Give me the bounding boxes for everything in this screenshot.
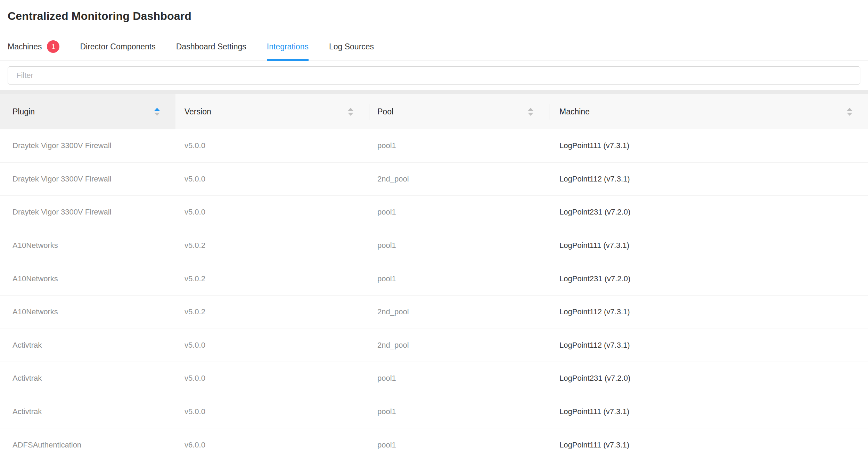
cell-plugin: A10Networks [0,307,175,316]
table-row: A10Networksv5.0.22nd_poolLogPoint112 (v7… [0,296,868,329]
tab-label: Director Components [80,42,155,51]
cell-version: v5.0.0 [175,175,369,184]
table-row: Draytek Vigor 3300V Firewallv5.0.0pool1L… [0,129,868,163]
filter-container [0,61,868,84]
cell-pool: 2nd_pool [369,175,549,184]
tab-label: Dashboard Settings [176,42,246,51]
cell-version: v5.0.0 [175,141,369,150]
caret-up-icon [528,108,533,111]
cell-version: v5.0.2 [175,274,369,283]
caret-down-icon [847,113,852,116]
cell-machine: LogPoint112 (v7.3.1) [549,341,868,350]
cell-machine: LogPoint111 (v7.3.1) [549,141,868,150]
table-row: A10Networksv5.0.2pool1LogPoint231 (v7.2.… [0,262,868,296]
caret-down-icon [528,113,533,116]
cell-version: v5.0.0 [175,407,369,416]
table-row: A10Networksv5.0.2pool1LogPoint111 (v7.3.… [0,229,868,263]
cell-version: v5.0.0 [175,374,369,383]
cell-version: v5.0.0 [175,208,369,217]
cell-machine: LogPoint112 (v7.3.1) [549,307,868,316]
cell-plugin: Draytek Vigor 3300V Firewall [0,208,175,217]
tab-label: Machines [8,42,42,51]
tab-label: Log Sources [329,42,374,51]
table-row: Activtrakv5.0.0pool1LogPoint111 (v7.3.1) [0,395,868,429]
cell-pool: pool1 [369,407,549,416]
filter-input[interactable] [8,66,860,84]
cell-plugin: A10Networks [0,274,175,283]
cell-pool: pool1 [369,374,549,383]
cell-machine: LogPoint111 (v7.3.1) [549,241,868,250]
cell-pool: pool1 [369,208,549,217]
sort-icon [348,108,353,116]
tab-label: Integrations [267,42,309,51]
tab-dashboard-settings[interactable]: Dashboard Settings [176,42,246,60]
column-header-pool[interactable]: Pool [369,94,549,129]
notification-badge: 1 [47,40,59,53]
sort-icon [847,108,852,116]
caret-up-icon [847,108,852,111]
cell-plugin: Draytek Vigor 3300V Firewall [0,141,175,150]
column-header-version[interactable]: Version [175,94,369,129]
table-header: PluginVersionPoolMachine [0,94,868,129]
caret-down-icon [348,113,353,116]
page: Centralized Monitoring Dashboard Machine… [0,0,868,452]
cell-machine: LogPoint111 (v7.3.1) [549,407,868,416]
sort-icon [528,108,533,116]
cell-plugin: Activtrak [0,341,175,350]
caret-down-icon [154,113,160,116]
tab-machines[interactable]: Machines1 [8,42,59,60]
cell-machine: LogPoint231 (v7.2.0) [549,208,868,217]
tab-bar: Machines1Director ComponentsDashboard Se… [0,42,868,61]
cell-version: v5.0.0 [175,341,369,350]
column-header-plugin[interactable]: Plugin [0,94,175,129]
caret-up-icon [348,108,353,111]
cell-machine: LogPoint112 (v7.3.1) [549,175,868,184]
sort-icon [154,108,160,116]
table-row: Draytek Vigor 3300V Firewallv5.0.02nd_po… [0,163,868,196]
table-row: Activtrakv5.0.0pool1LogPoint231 (v7.2.0) [0,362,868,395]
cell-plugin: Activtrak [0,407,175,416]
cell-pool: 2nd_pool [369,341,549,350]
cell-machine: LogPoint231 (v7.2.0) [549,274,868,283]
cell-pool: pool1 [369,141,549,150]
cell-plugin: Draytek Vigor 3300V Firewall [0,175,175,184]
page-title: Centralized Monitoring Dashboard [0,0,868,23]
column-label: Plugin [13,107,35,116]
column-header-machine[interactable]: Machine [549,94,868,129]
cell-version: v5.0.2 [175,241,369,250]
column-label: Version [185,107,211,116]
cell-plugin: ADFSAuthentication [0,441,175,450]
cell-pool: pool1 [369,441,549,450]
table-body: Draytek Vigor 3300V Firewallv5.0.0pool1L… [0,129,868,452]
table-row: Draytek Vigor 3300V Firewallv5.0.0pool1L… [0,196,868,229]
cell-pool: pool1 [369,274,549,283]
cell-version: v5.0.2 [175,307,369,316]
tab-integrations[interactable]: Integrations [267,42,309,60]
column-label: Machine [559,107,590,116]
column-label: Pool [377,107,393,116]
tab-log-sources[interactable]: Log Sources [329,42,374,60]
cell-pool: 2nd_pool [369,307,549,316]
cell-machine: LogPoint111 (v7.3.1) [549,441,868,450]
horizontal-scrollbar[interactable] [0,90,868,94]
cell-machine: LogPoint231 (v7.2.0) [549,374,868,383]
caret-up-icon [154,108,160,111]
cell-version: v6.0.0 [175,441,369,450]
cell-pool: pool1 [369,241,549,250]
table-row: Activtrakv5.0.02nd_poolLogPoint112 (v7.3… [0,329,868,362]
tab-director-components[interactable]: Director Components [80,42,155,60]
cell-plugin: Activtrak [0,374,175,383]
cell-plugin: A10Networks [0,241,175,250]
table-row: ADFSAuthenticationv6.0.0pool1LogPoint111… [0,428,868,452]
